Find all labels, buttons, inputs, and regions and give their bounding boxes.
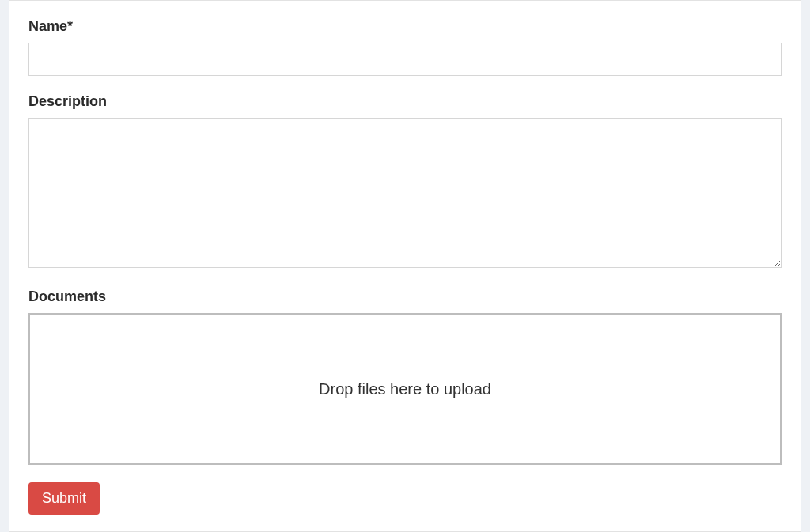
documents-label: Documents <box>28 289 782 305</box>
name-label: Name* <box>28 18 782 35</box>
dropzone-text: Drop files here to upload <box>319 380 491 398</box>
documents-group: Documents Drop files here to upload <box>28 289 782 465</box>
name-group: Name* <box>28 18 782 76</box>
documents-dropzone[interactable]: Drop files here to upload <box>28 313 782 465</box>
form-panel: Name* Description Documents Drop files h… <box>9 0 801 532</box>
description-textarea[interactable] <box>28 118 782 268</box>
name-input[interactable] <box>28 43 782 76</box>
description-group: Description <box>28 93 782 271</box>
submit-button[interactable]: Submit <box>28 482 100 515</box>
page-wrapper: Name* Description Documents Drop files h… <box>0 0 810 532</box>
description-label: Description <box>28 93 782 110</box>
